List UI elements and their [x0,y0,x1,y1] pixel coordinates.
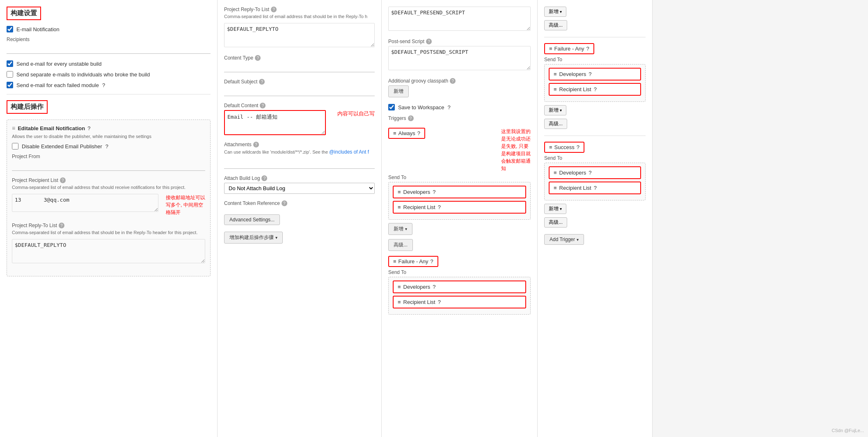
project-recipient-input[interactable]: 13 3@qq.com [12,194,158,212]
default-content-input[interactable]: Email -- 邮箱通知 [224,110,326,135]
postsend-input[interactable]: $DEFAULT_POSTSEND_SCRIPT [388,46,531,70]
postsend-field: Post-send Script ? $DEFAULT_POSTSEND_SCR… [388,39,531,71]
attachments-help-icon[interactable]: ? [253,142,259,147]
save-workspace-help-icon[interactable]: ? [447,104,450,110]
save-workspace-label: Save to Workspace [398,104,444,110]
f-developer-help-icon[interactable]: ? [433,284,435,290]
trigger-failure-sendto: Send To [388,269,531,275]
default-subject-help-icon[interactable]: ? [259,79,265,85]
presend-script-field: $DEFAULT_PRESEND_SCRIPT [388,7,531,32]
save-workspace-row[interactable]: Save to Workspace ? [388,104,531,110]
top-advanced-btn[interactable]: 高级... [544,20,567,30]
project-replyto-input[interactable]: $DEFAULT_REPLYTO [12,239,205,263]
send-separate-row[interactable]: Send separate e-mails to individuals who… [7,71,211,78]
project-replyto-help-text: Comma-separated list of email address th… [12,230,205,235]
editable-email-title: Editable Email Notification [18,125,85,131]
add-step-btn[interactable]: 增加构建后操作步骤 [224,232,283,244]
trigger-always-developer: ≡ Developers ? [393,186,526,198]
send-separate-label: Send separate e-mails to individuals who… [16,71,150,78]
section-title-post-build: 构建后操作 [7,100,48,114]
project-from-input[interactable]: 13: 3@qq.com [12,161,205,171]
additional-groovy-help-icon[interactable]: ? [450,78,456,84]
right-success-help-icon[interactable]: ? [577,144,579,150]
send-failed-help-icon[interactable]: ? [102,82,105,88]
project-recipient-help-icon[interactable]: ? [60,177,66,183]
rs-recipient-help-icon[interactable]: ? [594,185,597,191]
project-replyto-label: Project Reply-To List ? [12,223,205,228]
attachments-input[interactable] [224,159,375,169]
send-unstable-checkbox[interactable] [7,60,13,67]
trigger-always-recipient-list: ≡ Recipient List ? [393,201,526,214]
triggers-field: Triggers ? [388,115,531,121]
content-type-help-icon[interactable]: ? [255,55,261,61]
editable-email-desc: Allows the user to disable the publisher… [12,134,205,139]
email-notification-checkbox[interactable] [7,26,13,32]
trigger-failure-recipient-list: ≡ Recipient List ? [393,296,526,308]
trigger-failure-developer: ≡ Developers ? [393,281,526,293]
trigger-always-advanced-btn[interactable]: 高级... [388,239,413,251]
send-failed-row[interactable]: Send e-mail for each failed module ? [7,82,211,88]
disable-extended-checkbox[interactable] [12,143,18,150]
save-workspace-checkbox[interactable] [388,104,395,110]
email-notification-row[interactable]: E-mail Notification [7,26,211,32]
content-type-label: Content Type ? [224,55,375,61]
trigger-always-help-icon[interactable]: ? [417,130,420,136]
right-failure-help-icon[interactable]: ? [586,46,589,52]
attachments-link[interactable]: @includes of Ant f [329,149,369,155]
trigger-failure-drag: ≡ [393,258,396,264]
default-content-label: Default Content ? [224,103,375,108]
default-content-help-icon[interactable]: ? [260,103,266,108]
top-add-btn[interactable]: 新增 [544,7,566,17]
trigger-failure-label: ≡ Failure - Any ? [388,256,438,267]
f-recipient-help-icon[interactable]: ? [438,299,441,305]
panel-right: 新增 高级... ≡ Failure - Any ? Send To ≡ Dev… [538,0,653,437]
attach-build-log-select[interactable]: Do Not Attach Build Log Attach Build Log… [224,183,375,194]
trigger-always-add-btn[interactable]: 新增 [388,223,412,235]
triggers-help-icon[interactable]: ? [408,115,414,121]
trigger-failure-help-icon[interactable]: ? [431,258,433,264]
default-subject-label: Default Subject ? [224,79,375,85]
right-success-add-btn[interactable]: 新增 [544,204,566,214]
rf-recipient-help-icon[interactable]: ? [594,86,597,92]
p2-replyto-input[interactable]: $DEFAULT_REPLYTO [224,23,375,47]
p2-project-replyto-help-icon[interactable]: ? [271,7,277,12]
send-failed-checkbox[interactable] [7,82,13,88]
right-success-section: ≡ Success ? Send To ≡ Developers ? ≡ Rec… [544,142,646,228]
triggers-label: Triggers ? [388,115,531,121]
p2-replyto-help: Comma-separated list of email address th… [224,14,375,19]
send-separate-checkbox[interactable] [7,71,13,78]
send-unstable-row[interactable]: Send e-mail for every unstable build [7,60,211,67]
advanced-settings-btn[interactable]: Advanced Settings... [224,214,280,225]
send-unstable-label: Send e-mail for every unstable build [16,61,101,67]
trigger-always-sendto: Send To [388,175,531,180]
right-failure-add-btn[interactable]: 新增 [544,105,566,115]
editable-email-help-icon[interactable]: ? [87,125,90,131]
right-failure-label: ≡ Failure - Any ? [544,43,594,54]
default-subject-input[interactable]: $DEFAULT_SUBJECT [224,86,375,96]
panel-email-settings: Project Reply-To List ? Comma-separated … [218,0,382,437]
add-trigger-btn[interactable]: Add Trigger [544,234,584,245]
right-success-developer: ≡ Developers ? [549,166,641,179]
content-token-help-icon[interactable]: ? [282,200,287,206]
developer-help-icon[interactable]: ? [433,189,435,195]
rs-developer-help-icon[interactable]: ? [589,170,591,176]
content-type-input[interactable]: HTML (text/html) [224,62,375,72]
postsend-help-icon[interactable]: ? [426,39,432,44]
recipient-help-icon[interactable]: ? [438,204,441,210]
disable-extended-row[interactable]: Disable Extended Email Publisher ? [12,143,205,150]
trigger-always-recipients: ≡ Developers ? ≡ Recipient List ? [388,182,531,220]
right-success-sendto: Send To [544,155,646,161]
project-replyto-field: Project Reply-To List ? Comma-separated … [12,223,205,264]
add-groovy-btn[interactable]: 新增 [388,85,409,97]
disable-extended-help-icon[interactable]: ? [105,143,108,150]
right-success-advanced-btn[interactable]: 高级... [544,217,567,228]
attach-build-log-help-icon[interactable]: ? [261,175,267,181]
right-failure-advanced-btn[interactable]: 高级... [544,119,567,129]
additional-groovy-label: Additional groovy classpath ? [388,78,531,84]
project-replyto-help-icon[interactable]: ? [59,223,64,228]
rf-developer-help-icon[interactable]: ? [589,71,591,77]
presend-script-input[interactable]: $DEFAULT_PRESEND_SCRIPT [388,7,531,31]
recipients-input[interactable]: 1327968619@qq.com [7,44,211,54]
editable-email-box: ≡ Editable Email Notification ? Allows t… [7,120,211,276]
annotation-recipients: 接收邮箱地址可以写多个, 中间用空格隔开 [166,194,205,216]
